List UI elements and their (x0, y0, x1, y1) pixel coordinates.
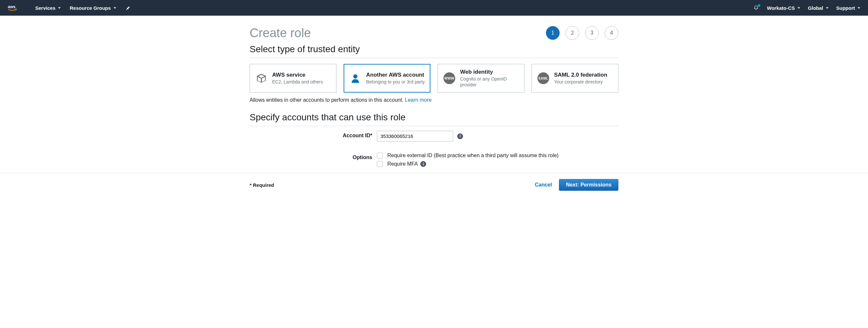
entity-card-sub: Belonging to you or 3rd party (366, 79, 425, 85)
step-2[interactable]: 2 (565, 26, 579, 40)
require-external-id-checkbox[interactable] (377, 153, 383, 159)
aws-logo[interactable]: aws (8, 4, 22, 11)
require-external-id-option[interactable]: Require external ID (Best practice when … (377, 153, 559, 159)
notification-dot-icon (758, 4, 760, 7)
next-permissions-button[interactable]: Next: Permissions (559, 179, 618, 191)
saml-icon: SAML (537, 72, 550, 85)
step-4[interactable]: 4 (604, 26, 618, 40)
entity-card-sub: EC2, Lambda and others (272, 79, 323, 85)
info-icon[interactable]: i (457, 133, 463, 139)
entity-type-cards: AWS service EC2, Lambda and others Anoth… (250, 64, 618, 93)
require-external-id-label: Require external ID (Best practice when … (388, 153, 559, 159)
chevron-down-icon (858, 7, 860, 9)
required-note: * Required (250, 182, 274, 188)
entity-card-aws-service[interactable]: AWS service EC2, Lambda and others (250, 64, 336, 93)
wizard-footer: * Required Cancel Next: Permissions (0, 173, 868, 199)
entity-card-sub: Your corporate directory (554, 79, 607, 85)
step-1[interactable]: 1 (546, 26, 560, 40)
top-nav: aws Services Resource Groups Workato-CS … (0, 0, 868, 15)
chevron-down-icon (114, 7, 116, 9)
chevron-down-icon (58, 7, 61, 9)
resource-groups-menu[interactable]: Resource Groups (70, 5, 116, 11)
trusted-entity-heading: Select type of trusted entity (250, 44, 618, 58)
www-icon: WWW (443, 72, 456, 85)
entity-card-sub: Cognito or any OpenID provider (460, 76, 519, 88)
require-mfa-option[interactable]: Require MFA i (377, 161, 559, 167)
svg-text:aws: aws (8, 5, 16, 9)
support-label: Support (836, 5, 855, 11)
support-menu[interactable]: Support (836, 5, 861, 11)
accounts-heading: Specify accounts that can use this role (250, 112, 618, 126)
user-icon (349, 72, 362, 85)
nav-right: Workato-CS Global Support (753, 5, 860, 11)
account-id-input[interactable] (377, 131, 453, 141)
account-label: Workato-CS (767, 5, 795, 11)
cube-icon (255, 72, 268, 85)
services-label: Services (35, 5, 56, 11)
account-menu[interactable]: Workato-CS (767, 5, 800, 11)
options-row: Options Require external ID (Best practi… (250, 153, 618, 167)
account-id-row: Account ID* i (250, 131, 618, 141)
help-text: Allows entities in other accounts to per… (250, 97, 618, 103)
page-header: Create role 1 2 3 4 (250, 26, 618, 40)
entity-card-title: SAML 2.0 federation (554, 72, 607, 78)
step-3[interactable]: 3 (585, 26, 599, 40)
pin-button[interactable] (125, 5, 130, 10)
entity-card-another-account[interactable]: Another AWS account Belonging to you or … (344, 64, 430, 93)
page-content: Create role 1 2 3 4 Select type of trust… (250, 15, 618, 167)
svg-point-1 (353, 74, 358, 78)
region-label: Global (808, 5, 823, 11)
require-mfa-checkbox[interactable] (377, 161, 383, 167)
page-title: Create role (250, 26, 546, 40)
learn-more-link[interactable]: Learn more (405, 97, 432, 103)
help-text-body: Allows entities in other accounts to per… (250, 97, 403, 103)
require-mfa-label: Require MFA (388, 161, 418, 167)
notifications-button[interactable] (753, 5, 759, 11)
entity-card-title: Another AWS account (366, 72, 425, 78)
entity-card-saml[interactable]: SAML SAML 2.0 federation Your corporate … (532, 64, 618, 93)
entity-card-title: Web identity (460, 69, 519, 75)
nav-left: Services Resource Groups (35, 5, 130, 11)
info-icon[interactable]: i (420, 161, 426, 167)
chevron-down-icon (826, 7, 829, 9)
cancel-button[interactable]: Cancel (535, 182, 552, 188)
region-menu[interactable]: Global (808, 5, 829, 11)
chevron-down-icon (798, 7, 800, 9)
options-label: Options (250, 153, 377, 160)
resource-groups-label: Resource Groups (70, 5, 111, 11)
wizard-steps: 1 2 3 4 (546, 26, 618, 40)
entity-card-web-identity[interactable]: WWW Web identity Cognito or any OpenID p… (438, 64, 524, 93)
account-id-label: Account ID* (250, 131, 377, 138)
entity-card-title: AWS service (272, 72, 323, 78)
services-menu[interactable]: Services (35, 5, 61, 11)
